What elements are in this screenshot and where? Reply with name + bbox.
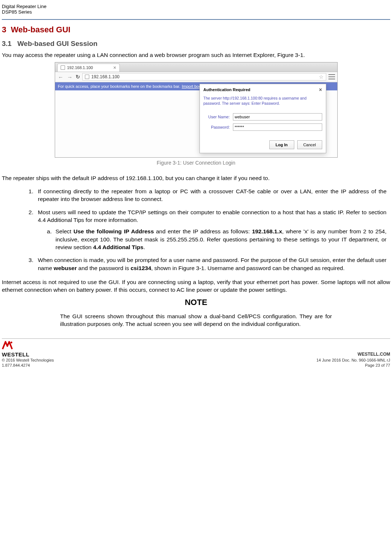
reload-icon[interactable]: ↻ (76, 74, 80, 80)
password-input[interactable] (233, 123, 322, 131)
note-title: NOTE (2, 298, 390, 307)
cancel-button[interactable]: Cancel (297, 140, 322, 149)
li3-b1: webuser (54, 265, 77, 271)
h1-title: Web-based GUI (11, 25, 70, 34)
figure-3-1: 192.168.1.100 × ← → ↻ 192.168.1.100 ☆ Fo… (2, 62, 390, 158)
forward-arrow-icon[interactable]: → (66, 74, 73, 80)
auth-password-row: Password: (204, 123, 322, 131)
browser-tab-row: 192.168.1.100 × (55, 62, 337, 72)
page-header: Digital Repeater Line DSP85 Series (2, 4, 390, 18)
header-line-1: Digital Repeater Line (2, 4, 390, 9)
header-divider (2, 19, 390, 20)
section-heading-1: 3 Web-based GUI (2, 25, 390, 35)
auth-form: User Name: Password: (200, 108, 326, 137)
li2a-end: . (143, 244, 145, 250)
li2a-pre: Select (55, 228, 73, 234)
logo-text: WESTELL (2, 351, 29, 358)
h2-title: Web-based GUI Session (17, 40, 97, 47)
tab-close-icon[interactable]: × (113, 65, 116, 70)
url-text: 192.168.1.100 (91, 74, 120, 79)
browser-window: 192.168.1.100 × ← → ↻ 192.168.1.100 ☆ Fo… (55, 62, 338, 158)
note-body: The GUI screens shown throughout this ma… (60, 312, 332, 328)
list-item-2-text: Most users will need to update the TCP/I… (38, 209, 386, 223)
back-arrow-icon[interactable]: ← (57, 74, 64, 80)
li2a-mid1: and enter the IP address as follows: (154, 228, 252, 234)
li3-mid: and the password is (77, 265, 130, 271)
header-line-2: DSP85 Series (2, 9, 390, 15)
list-item-2: Most users will need to update the TCP/I… (35, 208, 386, 251)
list-item-1: If connecting directly to the repeater f… (35, 187, 386, 203)
auth-title: Authentication Required (204, 87, 251, 92)
browser-tab[interactable]: 192.168.1.100 × (57, 64, 120, 72)
paragraph-after-figure: The repeater ships with the default IP a… (2, 175, 390, 182)
username-input[interactable] (233, 113, 322, 121)
footer-phone: 1.877.844.4274 (2, 363, 54, 368)
auth-close-icon[interactable]: × (319, 87, 322, 92)
li2a-b3: 4.4 Additional Tips (93, 244, 144, 250)
tab-title: 192.168.1.100 (67, 65, 93, 70)
page-footer: WESTELL © 2016 Westell Technologies 1.87… (2, 338, 390, 368)
auth-dialog: Authentication Required × The server htt… (199, 84, 326, 153)
bookmarks-text: For quick access, place your bookmarks h… (58, 84, 180, 89)
paragraph-internet: Internet access is not required to use t… (2, 279, 390, 294)
auth-message: The server http://192.168.1.100:80 requi… (200, 94, 326, 108)
section-heading-2: 3.1 Web-based GUI Session (2, 40, 390, 48)
url-page-icon (85, 75, 89, 79)
footer-page: Page 23 of 77 (316, 363, 390, 368)
menu-icon[interactable] (328, 74, 335, 79)
auth-title-row: Authentication Required × (200, 84, 326, 94)
url-bar[interactable]: 192.168.1.100 ☆ (82, 73, 326, 80)
list-item-3: When connection is made, you will be pro… (35, 256, 386, 272)
footer-left: WESTELL © 2016 Westell Technologies 1.87… (2, 340, 54, 368)
svg-point-0 (11, 341, 12, 343)
footer-copyright: © 2016 Westell Technologies (2, 358, 54, 363)
footer-docinfo: 14 June 2016 Doc. No. 960-1666-MNL rJ (316, 358, 390, 363)
list-item-2a: Select Use the following IP Address and … (53, 227, 386, 251)
username-label: User Name: (204, 115, 230, 119)
li2a-b2: 192.168.1.x (252, 228, 282, 234)
auth-username-row: User Name: (204, 113, 322, 121)
logo-block: WESTELL (2, 340, 54, 358)
intro-paragraph: You may access the repeater using a LAN … (2, 51, 390, 59)
browser-nav-row: ← → ↻ 192.168.1.100 ☆ (55, 72, 337, 82)
h1-number: 3 (2, 25, 6, 34)
logo-mark-icon (2, 340, 13, 351)
li3-b2: csi1234 (130, 265, 151, 271)
auth-buttons: Log In Cancel (200, 137, 326, 153)
login-button[interactable]: Log In (269, 140, 294, 149)
footer-site: WESTELL.COM (316, 352, 390, 358)
password-label: Password: (204, 125, 230, 129)
figure-caption: Figure 3-1: User Connection Login (2, 160, 390, 166)
li3-end: , shown in Figure 3-1. Username and pass… (151, 265, 345, 271)
page-icon (61, 65, 65, 70)
bookmark-star-icon[interactable]: ☆ (319, 74, 324, 80)
sublist: Select Use the following IP Address and … (53, 227, 386, 251)
footer-right: WESTELL.COM 14 June 2016 Doc. No. 960-16… (316, 352, 390, 368)
numbered-list: If connecting directly to the repeater f… (35, 187, 390, 272)
h2-number: 3.1 (2, 40, 11, 47)
li2a-b1: Use the following IP Address (73, 228, 154, 234)
